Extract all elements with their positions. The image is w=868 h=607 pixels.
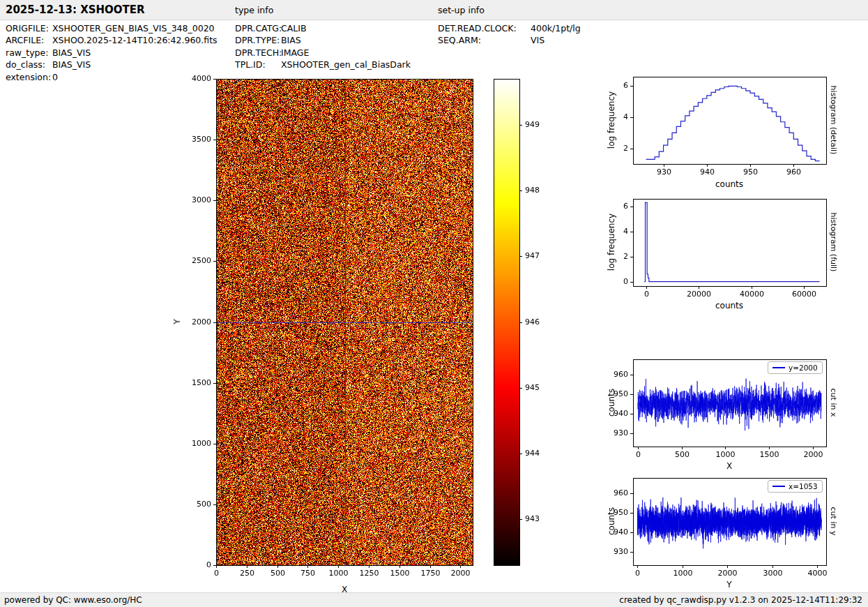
cut-y-xaxis-label: Y bbox=[726, 580, 731, 590]
dpr-tech-value: IMAGE bbox=[281, 47, 309, 59]
dpr-type-label: DPR.TYPE: bbox=[235, 34, 281, 46]
page-title: 2025-12-13: XSHOOTER bbox=[6, 0, 145, 20]
dpr-type-value: BIAS bbox=[281, 34, 301, 46]
setup-info-block: DET.READ.CLOCK: 400k/1pt/lg SEQ.ARM: VIS bbox=[438, 22, 581, 47]
dpr-catg-value: CALIB bbox=[281, 22, 307, 34]
seq-arm-value: VIS bbox=[531, 34, 545, 46]
dpr-type-row: DPR.TYPE: BIAS bbox=[235, 34, 411, 46]
cut-x-side-label: cut in x bbox=[829, 389, 838, 417]
arcfile-value: XSHOO.2025-12-14T10:26:42.960.fits bbox=[52, 34, 218, 46]
seq-arm-row: SEQ.ARM: VIS bbox=[438, 34, 581, 46]
dpr-tech-row: DPR.TECH: IMAGE bbox=[235, 47, 411, 59]
raw-type-row: raw_type: BIAS_VIS bbox=[6, 47, 218, 59]
setup-info-heading: set-up info bbox=[438, 0, 485, 20]
hist-detail-side-label: histogram (detail) bbox=[829, 86, 838, 155]
dpr-catg-row: DPR.CATG: CALIB bbox=[235, 22, 411, 34]
extension-value: 0 bbox=[52, 71, 58, 83]
hist-full-side-label: histogram (full) bbox=[829, 213, 838, 272]
type-info-block: DPR.CATG: CALIB DPR.TYPE: BIAS DPR.TECH:… bbox=[235, 22, 411, 71]
tpl-id-value: XSHOOTER_gen_cal_BiasDark bbox=[281, 59, 411, 70]
do-class-row: do_class: BIAS_VIS bbox=[6, 59, 218, 70]
read-clock-label: DET.READ.CLOCK: bbox=[438, 22, 531, 34]
legend-line-icon bbox=[772, 486, 785, 487]
colorbar bbox=[488, 73, 558, 572]
cut-y-legend: x=1053 bbox=[768, 480, 823, 493]
cut-x-legend: y=2000 bbox=[768, 361, 823, 374]
arcfile-label: ARCFILE: bbox=[6, 34, 52, 46]
raw-type-value: BIAS_VIS bbox=[52, 47, 91, 59]
origfile-label: ORIGFILE: bbox=[6, 22, 52, 34]
origfile-value: XSHOOTER_GEN_BIAS_VIS_348_0020 bbox=[52, 22, 215, 34]
cut-y-yaxis-label: counts bbox=[607, 507, 616, 535]
histogram-detail-plot bbox=[600, 68, 837, 179]
bias-image-plot bbox=[173, 70, 480, 583]
do-class-value: BIAS_VIS bbox=[52, 59, 91, 70]
hist-full-yaxis-label: log frequency bbox=[607, 213, 616, 271]
main-yaxis-label: Y bbox=[172, 319, 182, 324]
legend-line-icon bbox=[772, 367, 785, 368]
dpr-tech-label: DPR.TECH: bbox=[235, 47, 281, 59]
hist-detail-xaxis-label: counts bbox=[715, 179, 743, 189]
seq-arm-label: SEQ.ARM: bbox=[438, 34, 531, 46]
cut-x-legend-label: y=2000 bbox=[789, 364, 818, 372]
tpl-id-row: TPL.ID: XSHOOTER_gen_cal_BiasDark bbox=[235, 59, 411, 70]
qc-report-page: 2025-12-13: XSHOOTER type info set-up in… bbox=[0, 0, 868, 607]
footer-powered-by: powered by QC: www.eso.org/HC bbox=[4, 593, 142, 607]
hist-detail-yaxis-label: log frequency bbox=[607, 91, 616, 149]
do-class-label: do_class: bbox=[6, 59, 52, 70]
cut-x-yaxis-label: counts bbox=[607, 389, 616, 417]
origfile-row: ORIGFILE: XSHOOTER_GEN_BIAS_VIS_348_0020 bbox=[6, 22, 218, 34]
footer-created-by: created by qc_rawdisp.py v1.2.3 on 2025-… bbox=[619, 593, 862, 607]
hist-full-xaxis-label: counts bbox=[715, 301, 743, 310]
read-clock-row: DET.READ.CLOCK: 400k/1pt/lg bbox=[438, 22, 581, 34]
type-info-heading: type info bbox=[235, 0, 273, 20]
arcfile-row: ARCFILE: XSHOO.2025-12-14T10:26:42.960.f… bbox=[6, 34, 218, 46]
cut-y-legend-label: x=1053 bbox=[789, 482, 818, 490]
read-clock-value: 400k/1pt/lg bbox=[531, 22, 581, 34]
tpl-id-label: TPL.ID: bbox=[235, 59, 281, 70]
footer-bar: powered by QC: www.eso.org/HC created by… bbox=[0, 592, 868, 607]
raw-type-label: raw_type: bbox=[6, 47, 52, 59]
header-bar: 2025-12-13: XSHOOTER type info set-up in… bbox=[0, 0, 868, 20]
dpr-catg-label: DPR.CATG: bbox=[235, 22, 281, 34]
histogram-full-plot bbox=[600, 190, 837, 301]
cut-y-side-label: cut in y bbox=[829, 507, 838, 536]
cut-x-xaxis-label: X bbox=[726, 461, 732, 471]
extension-label: extension: bbox=[6, 71, 52, 83]
